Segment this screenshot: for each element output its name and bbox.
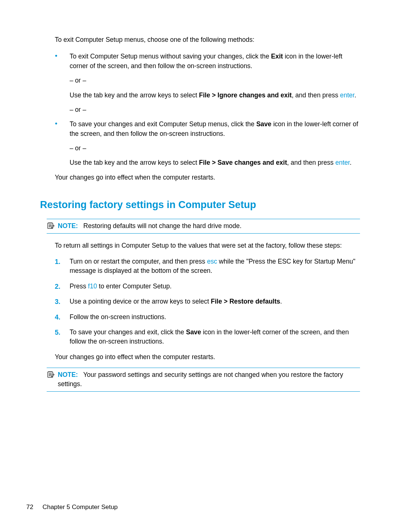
bold-text: Save: [186, 328, 201, 336]
text-fragment: To exit Computer Setup menus without sav…: [70, 53, 271, 60]
text-fragment: To save your changes and exit Computer S…: [70, 120, 256, 128]
key-name: f10: [88, 282, 97, 290]
note-label: NOTE:: [58, 222, 78, 230]
restore-steps-list: Turn on or restart the computer, and the…: [55, 257, 360, 347]
text-fragment: Use the tab key and the arrow keys to se…: [70, 159, 199, 166]
text-fragment: .: [280, 298, 282, 305]
chapter-label: Chapter 5 Computer Setup: [43, 503, 118, 511]
or-separator: – or –: [70, 144, 360, 153]
page-number: 72: [26, 503, 33, 511]
text-fragment: , and then press: [287, 159, 335, 166]
bullet-save-and-exit: To save your changes and exit Computer S…: [55, 120, 360, 168]
step-5: To save your changes and exit, click the…: [55, 328, 360, 347]
note-box-defaults: NOTE: Restoring defaults will not change…: [47, 219, 360, 233]
bullet-text: To save your changes and exit Computer S…: [70, 120, 358, 137]
note-icon: [47, 370, 55, 378]
text-fragment: Use a pointing device or the arrow keys …: [70, 298, 211, 305]
step-2: Press f10 to enter Computer Setup.: [55, 282, 360, 291]
text-fragment: .: [350, 159, 351, 166]
text-fragment: Follow the on-screen instructions.: [70, 313, 166, 321]
restart-effect-text-2: Your changes go into effect when the com…: [55, 352, 360, 362]
note-icon: [47, 221, 55, 230]
bold-text: Save: [256, 120, 271, 128]
intro-paragraph: To exit Computer Setup menus, choose one…: [55, 35, 360, 44]
text-fragment: to enter Computer Setup.: [97, 282, 171, 290]
text-fragment: Use the tab key and the arrow keys to se…: [70, 91, 199, 99]
text-fragment: .: [354, 91, 356, 99]
alt-instruction: Use the tab key and the arrow keys to se…: [70, 91, 360, 100]
note-body: NOTE: Your password settings and securit…: [58, 370, 360, 389]
section-heading-restoring: Restoring factory settings in Computer S…: [40, 198, 360, 212]
text-fragment: Turn on or restart the computer, and the…: [70, 258, 207, 265]
key-name: enter: [335, 159, 350, 166]
text-fragment: , and then press: [292, 91, 340, 99]
step-4: Follow the on-screen instructions.: [55, 312, 360, 322]
restart-effect-text: Your changes go into effect when the com…: [55, 173, 360, 182]
key-name: esc: [207, 258, 217, 265]
key-name: enter: [340, 91, 354, 99]
steps-intro: To return all settings in Computer Setup…: [55, 241, 360, 250]
page-content: To exit Computer Setup menus, choose one…: [0, 0, 400, 421]
bold-text: File > Restore defaults: [211, 298, 280, 305]
bold-text: File > Save changes and exit: [199, 159, 287, 166]
note-box-security: NOTE: Your password settings and securit…: [47, 368, 360, 392]
exit-methods-list: To exit Computer Setup menus without sav…: [55, 52, 360, 167]
bold-text: File > Ignore changes and exit: [199, 91, 291, 99]
step-1: Turn on or restart the computer, and the…: [55, 257, 360, 276]
note-label: NOTE:: [58, 371, 78, 378]
note-text: Your password settings and security sett…: [58, 371, 343, 388]
bullet-exit-without-save: To exit Computer Setup menus without sav…: [55, 52, 360, 114]
page-footer: 72 Chapter 5 Computer Setup: [26, 503, 118, 512]
text-fragment: Press: [70, 282, 88, 290]
step-3: Use a pointing device or the arrow keys …: [55, 297, 360, 306]
text-fragment: To save your changes and exit, click the: [70, 328, 186, 336]
bold-text: Exit: [271, 53, 283, 60]
note-body: NOTE: Restoring defaults will not change…: [58, 221, 360, 231]
or-separator: – or –: [70, 105, 360, 114]
bullet-text: To exit Computer Setup menus without sav…: [70, 53, 342, 69]
alt-instruction: Use the tab key and the arrow keys to se…: [70, 158, 360, 167]
or-separator: – or –: [70, 76, 360, 85]
note-text: Restoring defaults will not change the h…: [83, 222, 241, 230]
